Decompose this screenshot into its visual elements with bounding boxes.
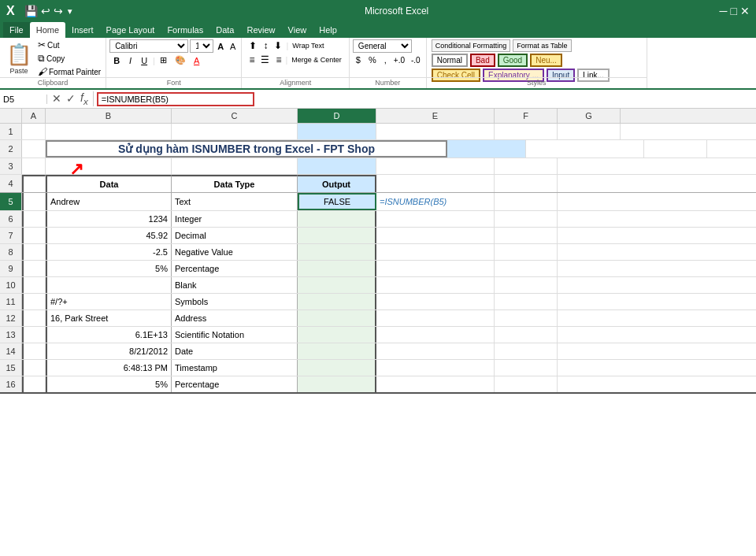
cell-c15[interactable]: Timestamp <box>172 360 298 376</box>
tab-formulas[interactable]: Formulas <box>161 22 209 38</box>
row-header-16[interactable]: 16 <box>0 376 22 392</box>
cell-b15[interactable]: 6:48:13 PM <box>46 360 172 376</box>
cell-d4-header[interactable]: Output <box>298 175 376 192</box>
cell-a4[interactable] <box>22 175 46 192</box>
cell-b8[interactable]: -2.5 <box>46 244 172 260</box>
cell-d11[interactable] <box>298 294 376 310</box>
cell-e5-formula[interactable]: =ISNUMBER(B5) <box>376 193 495 210</box>
tab-home[interactable]: Home <box>30 22 65 38</box>
cell-a1[interactable] <box>22 124 46 139</box>
col-header-d[interactable]: D <box>298 109 376 123</box>
cell-c3[interactable] <box>172 158 298 174</box>
align-top-btn[interactable]: ⬆ <box>246 39 259 52</box>
format-painter-button[interactable]: 🖌 Format Painter <box>36 65 102 78</box>
row-header-10[interactable]: 10 <box>0 277 22 293</box>
cell-reference-box[interactable]: D5 <box>0 95 47 104</box>
cell-d15[interactable] <box>298 360 376 376</box>
col-header-e[interactable]: E <box>376 109 495 123</box>
percent-btn[interactable]: % <box>365 54 380 65</box>
cell-c13[interactable]: Scientific Notation <box>172 327 298 343</box>
cell-f4[interactable] <box>495 175 558 192</box>
row-header-9[interactable]: 9 <box>0 261 22 276</box>
align-bottom-btn[interactable]: ⬇ <box>272 39 284 52</box>
cell-a11[interactable] <box>22 294 46 310</box>
tab-view[interactable]: View <box>282 22 313 38</box>
cell-c12[interactable]: Address <box>172 310 298 326</box>
row-header-8[interactable]: 8 <box>0 244 22 260</box>
cell-b2-title[interactable]: Sử dụng hàm ISNUMBER trong Excel - FPT S… <box>46 140 447 158</box>
cell-c6[interactable]: Integer <box>172 211 298 227</box>
cell-b11[interactable]: #/?+ <box>46 294 172 310</box>
align-left-btn[interactable]: ≡ <box>246 54 257 66</box>
number-format-select[interactable]: General <box>353 39 412 53</box>
cell-d8[interactable] <box>298 244 376 260</box>
cell-f6[interactable] <box>495 211 558 227</box>
cell-c5[interactable]: Text <box>172 193 298 210</box>
align-middle-btn[interactable]: ↕ <box>261 39 270 52</box>
cell-f8[interactable] <box>495 244 558 260</box>
cancel-formula-btn[interactable]: ✕ <box>50 92 63 105</box>
cell-d7[interactable] <box>298 228 376 243</box>
tab-review[interactable]: Review <box>240 22 281 38</box>
cell-a10[interactable] <box>22 277 46 293</box>
cell-e13[interactable] <box>376 327 495 343</box>
italic-btn[interactable]: I <box>125 55 135 66</box>
conditional-formatting-btn[interactable]: Conditional Formatting <box>432 39 511 52</box>
bold-btn[interactable]: B <box>109 55 124 66</box>
paste-button[interactable]: 📋 Paste <box>3 39 35 77</box>
cell-a2[interactable] <box>22 140 46 158</box>
tab-data[interactable]: Data <box>209 22 240 38</box>
cell-b9[interactable]: 5% <box>46 261 172 276</box>
cell-d3[interactable] <box>298 158 376 174</box>
font-shrink-btn[interactable]: A <box>228 41 238 52</box>
confirm-formula-btn[interactable]: ✓ <box>65 92 77 105</box>
cell-b14[interactable]: 8/21/2012 <box>46 343 172 359</box>
cell-a6[interactable] <box>22 211 46 227</box>
col-header-f[interactable]: F <box>495 109 558 123</box>
restore-btn[interactable]: □ <box>731 5 737 17</box>
row-header-2[interactable]: 2 <box>0 140 22 158</box>
cell-c14[interactable]: Date <box>172 343 298 359</box>
cell-a8[interactable] <box>22 244 46 260</box>
cell-d2[interactable] <box>447 140 526 158</box>
cell-f12[interactable] <box>495 310 558 326</box>
neutral-style[interactable]: Neu... <box>530 54 562 67</box>
cell-a9[interactable] <box>22 261 46 276</box>
align-right-btn[interactable]: ≡ <box>273 54 284 66</box>
wrap-text-btn[interactable]: Wrap Text <box>290 41 326 50</box>
row-header-11[interactable]: 11 <box>0 294 22 310</box>
tab-file[interactable]: File <box>3 22 30 38</box>
col-header-c[interactable]: C <box>172 109 298 123</box>
tab-page-layout[interactable]: Page Layout <box>100 22 161 38</box>
row-header-7[interactable]: 7 <box>0 228 22 243</box>
col-header-a[interactable]: A <box>22 109 46 123</box>
row-header-3[interactable]: 3 <box>0 158 22 174</box>
cell-c7[interactable]: Decimal <box>172 228 298 243</box>
font-color-btn[interactable]: A <box>191 55 202 66</box>
row-header-13[interactable]: 13 <box>0 327 22 343</box>
comma-btn[interactable]: , <box>381 54 390 65</box>
cell-f1[interactable] <box>495 124 558 139</box>
cell-e11[interactable] <box>376 294 495 310</box>
cell-f5[interactable] <box>495 193 558 210</box>
row-header-5[interactable]: 5 <box>0 193 22 210</box>
cell-e16[interactable] <box>376 376 495 392</box>
font-grow-btn[interactable]: A <box>215 41 226 52</box>
cell-d16[interactable] <box>298 376 376 392</box>
quick-save-btn[interactable]: 💾 <box>24 5 38 17</box>
cell-a7[interactable] <box>22 228 46 243</box>
cell-d5-selected[interactable]: FALSE <box>298 193 376 210</box>
row-header-12[interactable]: 12 <box>0 310 22 326</box>
cell-c11[interactable]: Symbols <box>172 294 298 310</box>
good-style[interactable]: Good <box>498 54 528 67</box>
cell-e6[interactable] <box>376 211 495 227</box>
row-header-14[interactable]: 14 <box>0 343 22 359</box>
close-btn[interactable]: ✕ <box>740 5 750 17</box>
cell-d6[interactable] <box>298 211 376 227</box>
cell-b7[interactable]: 45.92 <box>46 228 172 243</box>
cell-b1[interactable] <box>46 124 172 139</box>
cell-a13[interactable] <box>22 327 46 343</box>
format-as-table-btn[interactable]: Format as Table <box>513 39 571 52</box>
cell-f7[interactable] <box>495 228 558 243</box>
cell-d12[interactable] <box>298 310 376 326</box>
